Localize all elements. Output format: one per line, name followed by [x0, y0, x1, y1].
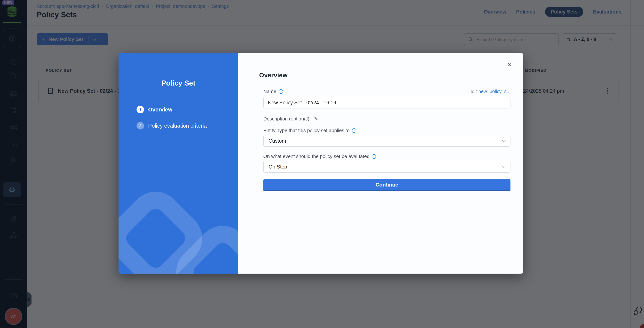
app-root: NEW ⚙ ⚙	[0, 0, 644, 328]
continue-button[interactable]: Continue	[263, 179, 510, 191]
chevron-down-icon	[502, 138, 506, 142]
wizard-side-panel: Policy Set 1 Overview 2 Policy evaluatio…	[118, 53, 238, 274]
wizard-step-overview[interactable]: 1 Overview	[136, 106, 172, 113]
entity-type-label: Entity Type that this policy set applies…	[263, 128, 356, 133]
modal-heading: Overview	[259, 72, 288, 79]
entity-id-link[interactable]: new_policy_s...	[478, 89, 510, 94]
entity-id: Id : new_policy_s...	[470, 89, 510, 94]
info-icon[interactable]: i	[372, 154, 376, 159]
info-icon[interactable]: i	[278, 89, 283, 94]
harness-logo-watermark	[118, 166, 238, 274]
event-select[interactable]: On Step	[263, 161, 510, 173]
info-icon[interactable]: i	[352, 128, 356, 133]
description-row: Description (optional) ✎	[263, 115, 318, 122]
wizard-form-panel: ✕ Overview Namei Id : new_policy_s... De…	[238, 53, 523, 274]
name-label: Namei	[263, 89, 283, 94]
event-value: On Step	[268, 164, 287, 169]
step-number-badge: 2	[136, 122, 144, 130]
entity-type-select[interactable]: Custom	[263, 135, 510, 147]
description-label: Description (optional)	[263, 116, 310, 122]
step-number-badge: 1	[136, 106, 144, 113]
wizard-title: Policy Set	[118, 79, 238, 88]
policy-set-wizard-dialog: Policy Set 1 Overview 2 Policy evaluatio…	[118, 53, 523, 274]
name-label-row: Namei Id : new_policy_s...	[263, 89, 510, 94]
id-prefix: Id :	[470, 89, 478, 94]
step-label: Policy evaluation criteria	[148, 123, 207, 129]
step-label: Overview	[148, 107, 172, 113]
policy-set-name-input[interactable]	[263, 97, 510, 109]
chevron-down-icon	[502, 164, 506, 168]
entity-type-value: Custom	[268, 138, 286, 144]
close-icon[interactable]: ✕	[507, 62, 512, 68]
event-label: On what event should the policy set be e…	[263, 154, 376, 159]
wizard-step-evaluation-criteria[interactable]: 2 Policy evaluation criteria	[136, 122, 207, 130]
edit-pencil-icon[interactable]: ✎	[314, 116, 318, 122]
